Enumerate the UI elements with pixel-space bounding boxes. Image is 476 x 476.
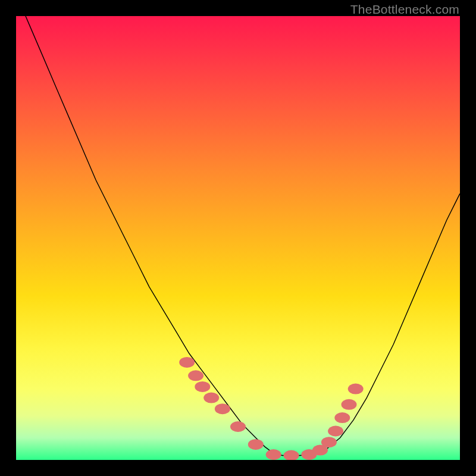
data-marker — [203, 393, 219, 403]
data-marker — [188, 370, 203, 381]
data-marker — [321, 437, 337, 447]
data-marker — [334, 412, 350, 423]
data-marker — [179, 357, 195, 368]
data-marker — [195, 381, 210, 392]
chart-frame: TheBottleneck.com — [0, 0, 476, 476]
data-marker — [342, 399, 357, 410]
watermark-text: TheBottleneck.com — [350, 2, 459, 17]
data-marker — [230, 421, 246, 432]
bottleneck-curve — [16, 16, 460, 455]
data-marker — [215, 403, 230, 414]
curve-layer — [16, 16, 460, 460]
data-marker — [284, 450, 299, 461]
data-marker — [328, 426, 343, 437]
plot-area — [16, 16, 460, 460]
data-marker — [266, 449, 281, 460]
marker-group — [179, 357, 364, 460]
data-marker — [248, 439, 264, 450]
data-marker — [348, 384, 364, 394]
